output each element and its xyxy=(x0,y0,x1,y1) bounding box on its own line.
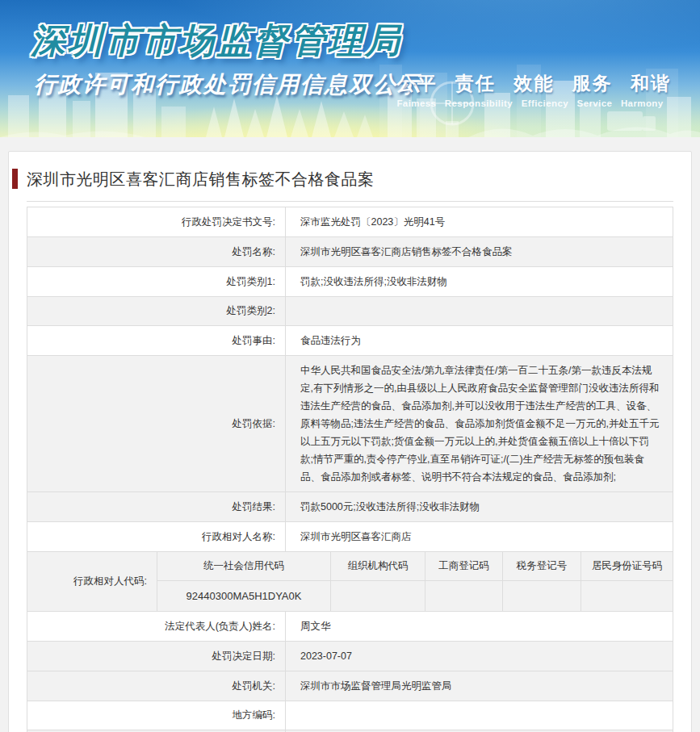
table-row-decision-date: 处罚决定日期: 2023-07-07 xyxy=(27,642,673,671)
table-row-decision-number: 行政处罚决定书文号: 深市监光处罚〔2023〕光明41号 xyxy=(27,207,673,237)
page-title: 深圳市光明区喜客汇商店销售标签不合格食品案 xyxy=(27,170,375,188)
table-row-penalty-result: 处罚结果: 罚款5000元;没收违法所得;没收非法财物 xyxy=(27,492,673,522)
codes-value-id-number xyxy=(581,581,673,611)
table-row-penalty-name: 处罚名称: 深圳市光明区喜客汇商店销售标签不合格食品案 xyxy=(27,237,673,267)
codes-header-credit-code: 统一社会信用代码 xyxy=(157,552,331,581)
row-label: 处罚类别1: xyxy=(27,267,286,296)
row-value: 深市监光处罚〔2023〕光明41号 xyxy=(286,207,673,236)
codes-header-business-reg: 工商登记码 xyxy=(425,552,503,581)
row-value: 深圳市光明区喜客汇商店 xyxy=(286,522,673,551)
case-title-row: 深圳市光明区喜客汇商店销售标签不合格食品案 xyxy=(27,165,673,201)
slogan-english: Faimess Responsibility Efficiency Servic… xyxy=(396,98,671,108)
row-label: 处罚决定日期: xyxy=(27,642,286,671)
banner-slogans: 公平 责任 效能 服务 和谐 Faimess Responsibility Ef… xyxy=(396,71,671,108)
row-value: 罚款;没收违法所得;没收非法财物 xyxy=(286,267,673,296)
row-value: 周文华 xyxy=(286,612,673,641)
row-label: 处罚事由: xyxy=(27,326,286,355)
table-row-local-code: 地方编码: xyxy=(27,701,673,730)
row-label: 行政相对人代码: xyxy=(27,552,157,611)
codes-header-tax-reg: 税务登记号 xyxy=(503,552,581,581)
codes-value-business-reg xyxy=(425,581,503,611)
table-row-penalty-type-2: 处罚类别2: xyxy=(27,297,673,326)
slogan-chinese: 公平 责任 效能 服务 和谐 xyxy=(396,71,671,96)
row-label: 处罚名称: xyxy=(27,237,286,266)
row-label: 处罚依据: xyxy=(27,356,286,491)
row-value: 2023-07-07 xyxy=(286,642,673,671)
penalty-info-table: 行政处罚决定书文号: 深市监光处罚〔2023〕光明41号 处罚名称: 深圳市光明… xyxy=(27,207,673,732)
codes-value-tax-reg xyxy=(503,581,581,611)
table-row-penalty-type-1: 处罚类别1: 罚款;没收违法所得;没收非法财物 xyxy=(27,267,673,297)
row-value: 深圳市市场监督管理局光明监管局 xyxy=(286,671,673,701)
row-label: 行政处罚决定书文号: xyxy=(27,207,286,236)
row-label: 处罚结果: xyxy=(27,492,286,521)
row-value: 深圳市光明区喜客汇商店销售标签不合格食品案 xyxy=(286,237,673,266)
table-row-legal-representative: 法定代表人(负责人)姓名: 周文华 xyxy=(27,612,673,642)
codes-value-org-code xyxy=(331,581,425,611)
codes-header-org-code: 组织机构代码 xyxy=(331,552,425,581)
row-value: 罚款5000元;没收违法所得;没收非法财物 xyxy=(286,492,673,521)
table-row-party-name: 行政相对人名称: 深圳市光明区喜客汇商店 xyxy=(27,522,673,552)
table-row-penalty-authority: 处罚机关: 深圳市市场监督管理局光明监管局 xyxy=(27,671,673,701)
title-separator xyxy=(27,201,673,202)
title-accent-bar xyxy=(12,169,18,189)
row-value: 中华人民共和国食品安全法/第九章法律责任/第一百二十五条/第一款违反本法规定,有… xyxy=(286,356,673,491)
party-codes-subtable: 统一社会信用代码 组织机构代码 工商登记码 税务登记号 居民身份证号码 9244… xyxy=(157,552,673,611)
row-label: 处罚机关: xyxy=(27,671,286,701)
row-label: 地方编码: xyxy=(27,701,286,730)
table-row-penalty-reason: 处罚事由: 食品违法行为 xyxy=(27,326,673,356)
row-label: 处罚类别2: xyxy=(27,297,286,325)
codes-header-id-number: 居民身份证号码 xyxy=(581,552,673,581)
codes-value-credit-code: 92440300MA5H1DYA0K xyxy=(157,581,331,611)
row-label: 行政相对人名称: xyxy=(27,522,286,551)
site-banner: 深圳市市场监督管理局 行政许可和行政处罚信用信息双公示 公平 责任 效能 服务 … xyxy=(0,0,700,137)
table-row-penalty-basis: 处罚依据: 中华人民共和国食品安全法/第九章法律责任/第一百二十五条/第一款违反… xyxy=(27,356,673,492)
row-label: 法定代表人(负责人)姓名: xyxy=(27,612,286,641)
table-row-party-codes: 行政相对人代码: 统一社会信用代码 组织机构代码 工商登记码 税务登记号 居民身… xyxy=(27,552,673,612)
row-value: 食品违法行为 xyxy=(286,326,673,355)
row-value xyxy=(286,701,673,730)
banner-subtitle: 行政许可和行政处罚信用信息双公示 xyxy=(34,69,421,100)
org-title: 深圳市市场监督管理局 xyxy=(31,18,402,65)
row-value xyxy=(286,297,673,325)
content-panel: 深圳市光明区喜客汇商店销售标签不合格食品案 行政处罚决定书文号: 深市监光处罚〔… xyxy=(8,151,692,732)
